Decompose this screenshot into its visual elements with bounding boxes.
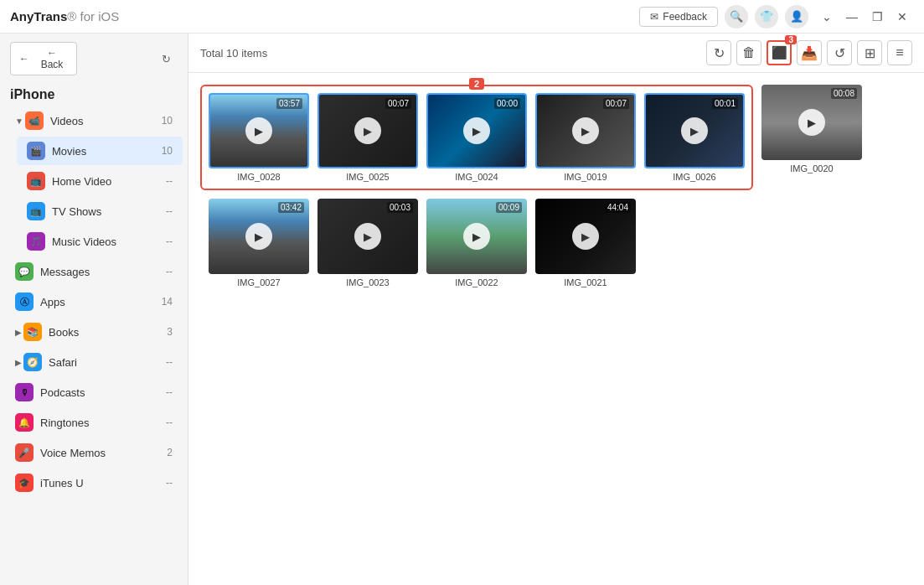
- safari-count: --: [166, 356, 173, 368]
- sidebar-item-homevideo[interactable]: 📺 Home Video --: [17, 167, 183, 195]
- add-button[interactable]: 📥: [797, 40, 822, 65]
- expand-arrow-icon: ▼: [15, 116, 23, 126]
- refresh-icon: ↻: [714, 45, 725, 61]
- duration-img0021: 44:04: [605, 202, 631, 213]
- play-button-img0020[interactable]: ▶: [798, 109, 825, 136]
- messages-count: --: [166, 266, 173, 277]
- device-label: iPhone: [0, 80, 188, 106]
- sidebar: ← ← Back ↻ iPhone ▼ 📹 Videos 10 🎬 Movies: [0, 34, 188, 585]
- restore-button[interactable]: ❐: [865, 5, 889, 28]
- app-name: AnyTrans: [10, 9, 67, 23]
- window-controls: ⌄ — ❐ ✕: [815, 5, 914, 28]
- sidebar-item-books[interactable]: ▶ 📚 Books 3: [5, 318, 183, 346]
- content-area: Total 10 items ↻ 🗑 ⬛ 3 📥 ↺: [188, 34, 924, 585]
- apps-icon: Ⓐ: [15, 292, 34, 311]
- delete-button[interactable]: 🗑: [736, 40, 761, 65]
- toolbar-actions: ↻ 🗑 ⬛ 3 📥 ↺ ⊞: [706, 40, 912, 65]
- duration-img0025: 00:07: [385, 98, 411, 109]
- video-row-1: 2 03:57 ▶ IMG_0028 00:07 ▶: [200, 85, 912, 190]
- play-button-img0024[interactable]: ▶: [463, 117, 490, 144]
- video-item-img0026[interactable]: 00:01 ▶ IMG_0026: [644, 93, 745, 182]
- profile-button[interactable]: 👤: [785, 5, 808, 28]
- videos-icon: 📹: [25, 111, 44, 130]
- play-button-img0023[interactable]: ▶: [354, 223, 381, 250]
- sidebar-item-videos[interactable]: ▼ 📹 Videos 10: [5, 106, 183, 135]
- sidebar-header: ← ← Back ↻: [0, 34, 188, 80]
- sidebar-item-voicememos[interactable]: 🎤 Voice Memos 2: [5, 438, 183, 467]
- back-button[interactable]: ← ← Back: [10, 42, 77, 75]
- video-name-img0026: IMG_0026: [673, 172, 715, 182]
- video-thumb-img0028: 03:57 ▶: [209, 93, 309, 168]
- tvshows-count: --: [166, 205, 173, 217]
- sidebar-item-itunes[interactable]: 🎓 iTunes U --: [5, 469, 183, 497]
- video-name-img0021: IMG_0021: [564, 277, 607, 287]
- sidebar-refresh-button[interactable]: ↻: [154, 47, 178, 70]
- video-item-img0019[interactable]: 00:07 ▶ IMG_0019: [535, 93, 636, 182]
- movies-icon: 🎬: [27, 142, 45, 160]
- close-button[interactable]: ✕: [890, 5, 914, 28]
- search-icon: 🔍: [730, 10, 743, 23]
- itunes-label: iTunes U: [40, 477, 166, 489]
- sidebar-item-podcasts[interactable]: 🎙 Podcasts --: [5, 378, 183, 406]
- homevideo-icon: 📺: [27, 172, 45, 190]
- video-name-img0024: IMG_0024: [455, 172, 498, 182]
- play-button-img0027[interactable]: ▶: [245, 223, 272, 250]
- video-thumb-img0019: 00:07 ▶: [535, 93, 636, 168]
- history-icon: ↺: [834, 45, 845, 61]
- sidebar-item-ringtones[interactable]: 🔔 Ringtones --: [5, 408, 183, 437]
- play-button-img0022[interactable]: ▶: [463, 223, 490, 250]
- play-button-img0019[interactable]: ▶: [572, 117, 599, 144]
- back-label: ← Back: [36, 47, 68, 70]
- sidebar-item-messages[interactable]: 💬 Messages --: [5, 257, 183, 286]
- video-thumb-img0020: 00:08 ▶: [761, 85, 862, 160]
- sidebar-item-tvshows[interactable]: 📺 TV Shows --: [17, 197, 183, 225]
- video-item-img0021[interactable]: 44:04 ▶ IMG_0021: [535, 199, 636, 287]
- duration-img0027: 03:42: [278, 202, 304, 213]
- dropdown-button[interactable]: ⌄: [815, 5, 839, 28]
- refresh-icon: ↻: [162, 53, 171, 65]
- voicememos-count: 2: [167, 447, 173, 458]
- selection-box: 2 03:57 ▶ IMG_0028 00:07 ▶: [200, 85, 753, 190]
- video-item-img0025[interactable]: 00:07 ▶ IMG_0025: [317, 93, 418, 182]
- books-count: 3: [167, 326, 173, 338]
- main-layout: ← ← Back ↻ iPhone ▼ 📹 Videos 10 🎬 Movies: [0, 34, 924, 585]
- video-item-img0027[interactable]: 03:42 ▶ IMG_0027: [209, 199, 309, 287]
- video-name-img0019: IMG_0019: [564, 172, 607, 182]
- minimize-button[interactable]: —: [840, 5, 864, 28]
- grid-view-button[interactable]: ⊞: [857, 40, 882, 65]
- apps-label: Apps: [40, 296, 162, 308]
- duration-img0020: 00:08: [831, 88, 857, 99]
- refresh-button[interactable]: ↻: [706, 40, 731, 65]
- list-view-button[interactable]: ≡: [887, 40, 912, 65]
- search-button[interactable]: 🔍: [725, 5, 748, 28]
- podcasts-label: Podcasts: [40, 386, 166, 399]
- messages-label: Messages: [40, 266, 166, 278]
- video-item-img0020[interactable]: 00:08 ▶ IMG_0020: [761, 85, 862, 190]
- play-button-img0025[interactable]: ▶: [354, 117, 381, 144]
- sidebar-item-movies[interactable]: 🎬 Movies 10: [17, 137, 183, 165]
- movies-label: Movies: [52, 145, 162, 158]
- video-item-img0028[interactable]: 03:57 ▶ IMG_0028: [209, 93, 309, 182]
- tvshows-label: TV Shows: [52, 205, 166, 218]
- sidebar-item-apps[interactable]: Ⓐ Apps 14: [5, 287, 183, 316]
- duration-img0023: 00:03: [387, 202, 413, 213]
- trash-icon: 🗑: [742, 45, 756, 60]
- tshirt-button[interactable]: 👕: [755, 5, 778, 28]
- movies-count: 10: [162, 145, 173, 157]
- history-button[interactable]: ↺: [827, 40, 852, 65]
- play-button-img0021[interactable]: ▶: [572, 223, 599, 250]
- ringtones-count: --: [166, 417, 173, 428]
- video-name-img0027: IMG_0027: [237, 277, 280, 287]
- play-button-img0028[interactable]: ▶: [245, 117, 272, 144]
- video-item-img0023[interactable]: 00:03 ▶ IMG_0023: [317, 199, 418, 287]
- voicememos-icon: 🎤: [15, 443, 34, 462]
- add-icon: 📥: [801, 45, 818, 61]
- video-item-img0022[interactable]: 00:09 ▶ IMG_0022: [426, 199, 527, 287]
- export-button[interactable]: ⬛ 3: [767, 40, 792, 65]
- play-button-img0026[interactable]: ▶: [681, 117, 708, 144]
- video-item-img0024[interactable]: 00:00 ▶ IMG_0024: [426, 93, 527, 182]
- sidebar-item-safari[interactable]: ▶ 🧭 Safari --: [5, 348, 183, 376]
- feedback-button[interactable]: ✉ Feedback: [639, 7, 718, 27]
- sidebar-item-musicvideos[interactable]: 🎵 Music Videos --: [17, 227, 183, 256]
- export-badge: 3: [785, 35, 797, 44]
